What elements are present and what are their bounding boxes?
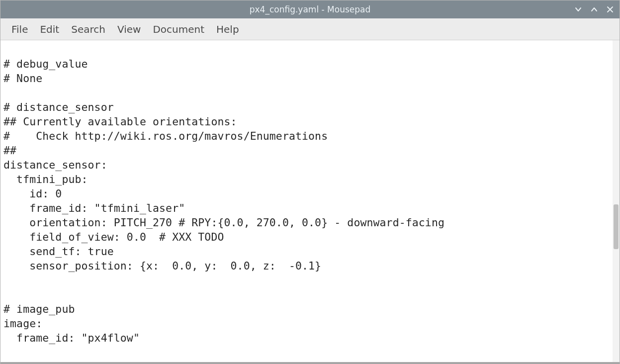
scrollbar-thumb[interactable] [614,204,619,249]
close-button[interactable] [606,5,615,14]
text-editor[interactable]: # debug_value # None # distance_sensor #… [0,40,620,362]
menu-help[interactable]: Help [211,21,244,37]
vertical-scrollbar[interactable] [613,40,620,362]
titlebar[interactable]: px4_config.yaml - Mousepad [0,0,620,18]
menu-document[interactable]: Document [148,21,209,37]
menu-file[interactable]: File [6,21,33,37]
window-border-bottom [0,362,620,364]
window-title: px4_config.yaml - Mousepad [250,4,370,14]
menu-search[interactable]: Search [66,21,110,37]
window-controls [574,0,615,18]
minimize-button[interactable] [574,5,583,14]
maximize-button[interactable] [590,5,599,14]
menu-edit[interactable]: Edit [35,21,64,37]
editor-area: # debug_value # None # distance_sensor #… [0,40,620,362]
menu-view[interactable]: View [112,21,146,37]
menubar: File Edit Search View Document Help [0,18,620,40]
